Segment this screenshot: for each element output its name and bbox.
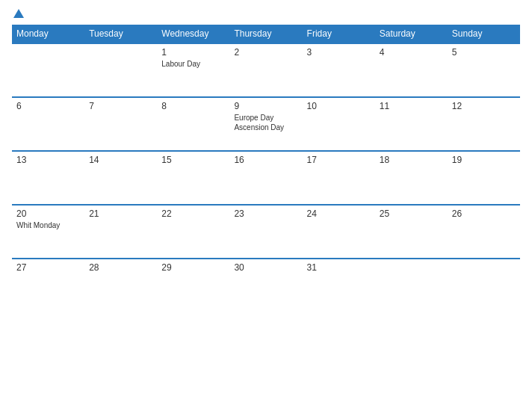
calendar-cell: 9Europe DayAscension Day [229,97,302,151]
calendar-cell: 4 [375,43,448,97]
day-number: 25 [380,208,443,219]
day-number: 30 [234,262,297,273]
calendar-cell: 14 [84,151,157,205]
calendar-cell: 5 [448,43,520,97]
calendar-cell: 27 [12,259,84,312]
calendar-cell: 10 [303,97,375,151]
calendar-cell: 23 [229,205,302,259]
calendar-cell: 31 [303,259,375,312]
calendar-cell: 6 [12,97,84,151]
day-number: 21 [89,208,152,219]
calendar-page: MondayTuesdayWednesdayThursdayFridaySatu… [0,0,532,411]
weekday-header-row: MondayTuesdayWednesdayThursdayFridaySatu… [12,25,520,43]
weekday-header-monday: Monday [12,25,84,43]
day-number: 10 [307,101,371,111]
day-number: 8 [161,101,225,111]
calendar-cell: 2 [229,43,302,97]
calendar-cell: 21 [84,205,157,259]
day-number: 9 [234,101,297,111]
calendar-cell: 22 [157,205,229,259]
calendar-cell: 28 [84,259,157,312]
calendar-cell: 26 [448,205,520,259]
day-number: 26 [452,208,516,219]
day-number: 27 [16,262,80,273]
day-number: 11 [380,101,443,111]
calendar-cell: 8 [157,97,229,151]
weekday-header-tuesday: Tuesday [84,25,157,43]
day-number: 28 [89,262,152,273]
day-number: 19 [452,155,516,165]
day-number: 5 [452,47,516,58]
calendar-cell [448,259,520,312]
calendar-cell: 15 [157,151,229,205]
calendar-cell [84,43,157,97]
day-number: 2 [234,47,297,58]
day-number: 14 [89,155,152,165]
calendar-cell: 12 [448,97,520,151]
day-number: 23 [234,208,297,219]
logo-blue-text [12,9,24,19]
calendar-cell: 20Whit Monday [12,205,84,259]
calendar-cell: 24 [303,205,375,259]
week-row-3: 13141516171819 [12,151,520,205]
calendar-cell: 7 [84,97,157,151]
calendar-cell [375,259,448,312]
day-number: 31 [307,262,371,273]
logo-triangle-icon [13,9,24,18]
calendar-cell: 25 [375,205,448,259]
calendar-table: MondayTuesdayWednesdayThursdayFridaySatu… [12,25,520,312]
day-number: 4 [380,47,443,58]
calendar-cell: 17 [303,151,375,205]
holiday-label: Ascension Day [234,123,297,132]
calendar-cell: 18 [375,151,448,205]
day-number: 18 [380,155,443,165]
weekday-header-thursday: Thursday [229,25,302,43]
calendar-cell: 13 [12,151,84,205]
weekday-header-saturday: Saturday [375,25,448,43]
calendar-cell: 1Labour Day [157,43,229,97]
calendar-cell: 29 [157,259,229,312]
day-number: 20 [16,208,80,219]
week-row-1: 1Labour Day2345 [12,43,520,97]
day-number: 12 [452,101,516,111]
logo [12,9,24,19]
day-number: 15 [161,155,225,165]
day-number: 29 [161,262,225,273]
day-number: 24 [307,208,371,219]
header [12,9,520,19]
day-number: 16 [234,155,297,165]
week-row-4: 20Whit Monday212223242526 [12,205,520,259]
calendar-cell: 16 [229,151,302,205]
day-number: 13 [16,155,80,165]
holiday-label: Whit Monday [16,220,80,230]
weekday-header-friday: Friday [303,25,375,43]
week-row-2: 6789Europe DayAscension Day101112 [12,97,520,151]
calendar-cell: 19 [448,151,520,205]
day-number: 3 [307,47,371,58]
day-number: 1 [161,47,225,58]
day-number: 6 [16,101,80,111]
day-number: 17 [307,155,371,165]
holiday-label: Labour Day [161,59,225,69]
day-number: 7 [89,101,152,111]
weekday-header-wednesday: Wednesday [157,25,229,43]
weekday-header-sunday: Sunday [448,25,520,43]
calendar-cell: 30 [229,259,302,312]
calendar-cell: 3 [303,43,375,97]
calendar-cell: 11 [375,97,448,151]
calendar-cell [12,43,84,97]
week-row-5: 2728293031 [12,259,520,312]
holiday-label: Europe Day [234,113,297,123]
day-number: 22 [161,208,225,219]
